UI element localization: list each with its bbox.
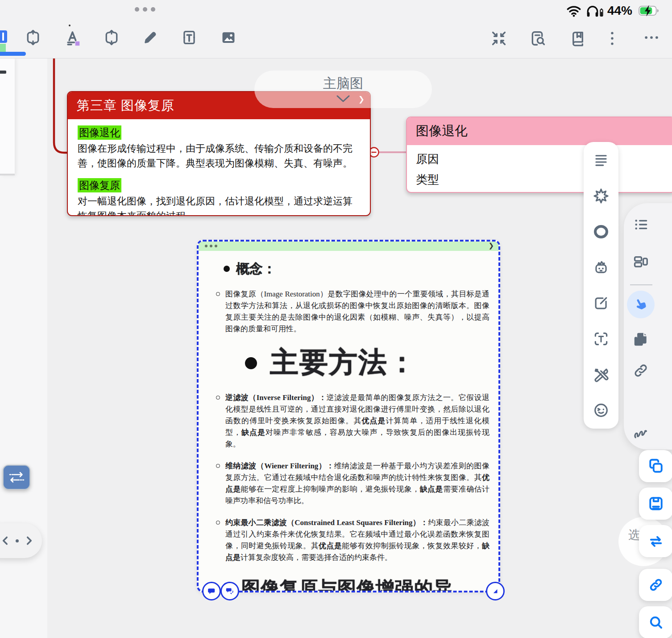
mindmap-canvas: 第三章 图像复原 ❯ 图像退化图像在形成传输过程中，由于成像系统、传输介质和设备… — [0, 0, 672, 638]
more-ellipsis-icon — [643, 29, 660, 46]
resize-triangle-icon — [491, 587, 500, 596]
doc-bullet — [245, 357, 257, 369]
mindmap-node-degradation[interactable]: 图像退化 原因类型 — [406, 117, 672, 193]
wifi-icon — [566, 4, 581, 17]
resize-handle[interactable] — [486, 582, 505, 600]
link-button[interactable] — [631, 361, 650, 380]
doc-heading: 主要方法： — [245, 343, 489, 382]
layout-board-button[interactable] — [631, 252, 650, 271]
search-document-button[interactable] — [528, 29, 548, 48]
move-vertical-button[interactable] — [23, 28, 43, 47]
text-style-button[interactable] — [63, 28, 83, 47]
card-menu-dots-icon[interactable] — [205, 245, 217, 247]
text-select-button[interactable] — [592, 329, 610, 348]
link-fab-button[interactable] — [639, 569, 672, 601]
save-floppy-icon — [648, 496, 664, 512]
more-button[interactable] — [642, 28, 661, 47]
comments-badge[interactable] — [220, 582, 239, 600]
app-tab-icon[interactable] — [0, 30, 7, 43]
doc-heading: 图像复原与图像增强的异同： — [224, 576, 489, 591]
branch-connector-pink — [367, 146, 408, 159]
node-body: 原因类型 — [407, 145, 672, 190]
card-expand-icon[interactable]: ❯ — [488, 242, 494, 250]
headphones-battery-icon — [585, 4, 603, 17]
panel-item — [0, 71, 6, 74]
link-icon — [648, 577, 664, 593]
image-icon — [220, 29, 237, 46]
nav-back-icon[interactable] — [0, 535, 11, 546]
pages-copy-icon — [632, 331, 649, 348]
chevron-down-icon[interactable] — [335, 94, 352, 104]
doc-bullet — [224, 266, 230, 272]
scribble-icon — [632, 424, 649, 441]
ai-assistant-button[interactable] — [592, 258, 610, 277]
doc-bullet — [216, 464, 220, 468]
text-box-button[interactable] — [179, 28, 199, 47]
move-vertical-button-2[interactable] — [102, 28, 121, 47]
search-icon — [648, 614, 664, 630]
top-toolbar: 44% — [0, 0, 672, 58]
swap-panels-button[interactable] — [3, 465, 30, 490]
doc-paragraph: 逆滤波（Inverse Filtering）：逆滤波是最简单的图像复原方法之一。… — [215, 392, 489, 450]
selected-note-card[interactable]: ❯ 概念：图像复原（Image Restoration）是数字图像处理中的一个重… — [197, 240, 500, 592]
pencil-icon — [142, 29, 159, 46]
compose-edit-icon — [593, 295, 610, 312]
node-section: 图像退化图像在形成传输过程中，由于成像系统、传输介质和设备的不完善，使图像的质量… — [78, 125, 360, 171]
comment-badge[interactable] — [202, 582, 221, 600]
copy-button[interactable] — [639, 450, 672, 482]
doc-bullet — [216, 292, 220, 296]
insert-image-button[interactable] — [219, 28, 238, 47]
pencil-button[interactable] — [141, 28, 160, 47]
highlighted-term: 图像退化 — [78, 125, 121, 140]
compose-button[interactable] — [592, 294, 610, 313]
doc-heading: 概念： — [224, 260, 489, 278]
panel-divider — [0, 174, 15, 175]
bullet-list-icon — [632, 216, 649, 233]
node-list-item[interactable]: 原因 — [416, 149, 666, 169]
pages-copy-button[interactable] — [631, 330, 650, 349]
node-title: 图像退化 — [416, 122, 468, 140]
node-title: 第三章 图像复原 — [77, 97, 174, 115]
collapse-button[interactable] — [489, 29, 509, 48]
collapsed-side-panel[interactable] — [0, 58, 15, 175]
save-button[interactable] — [639, 488, 672, 520]
card-header[interactable]: ❯ — [199, 242, 498, 251]
emoji-button[interactable] — [592, 401, 610, 420]
breadcrumb[interactable]: 主脑图 — [254, 71, 432, 108]
window-handle-dots-icon[interactable] — [135, 7, 155, 12]
hand-pan-tool-active[interactable] — [627, 291, 655, 318]
starburst-button[interactable] — [592, 187, 610, 205]
bullet-list-button[interactable] — [631, 215, 650, 234]
node-action-toolbar — [584, 142, 618, 429]
kebab-menu-button[interactable] — [602, 29, 622, 48]
tools-icon — [593, 366, 610, 383]
nav-forward-icon[interactable] — [23, 535, 35, 546]
note-content: 概念：图像复原（Image Restoration）是数字图像处理中的一个重要领… — [199, 251, 498, 591]
search-fab-button[interactable] — [639, 606, 672, 638]
node-section: 图像复原对一幅退化图像，找到退化原因，估计退化模型，通过求逆运算恢复图像本来面貌… — [78, 178, 360, 216]
outline-menu-button[interactable] — [592, 151, 610, 170]
robot-icon — [593, 259, 610, 276]
move-vertical-icon — [25, 29, 41, 46]
tools-button[interactable] — [592, 365, 610, 384]
select-swap-button[interactable] — [639, 525, 672, 557]
node-header[interactable]: 图像退化 — [407, 117, 672, 145]
scribble-button[interactable] — [631, 423, 650, 442]
text-box-icon — [181, 29, 198, 46]
node-list-item[interactable]: 类型 — [416, 169, 666, 190]
document-search-icon — [530, 30, 547, 47]
circle-mark-button[interactable] — [592, 222, 610, 241]
move-vertical-icon — [103, 29, 120, 46]
swap-dashed-icon — [8, 470, 25, 484]
comments-icon — [226, 587, 234, 596]
canvas-mode-toolbar — [624, 203, 672, 450]
breadcrumb-label: 主脑图 — [254, 75, 432, 93]
toolbar-divider — [630, 284, 652, 285]
app-tab-icon-green — [0, 44, 6, 52]
collapse-arrows-icon — [490, 30, 507, 47]
doc-bullet — [216, 521, 220, 525]
mindmap-node-chapter3[interactable]: 第三章 图像复原 ❯ 图像退化图像在形成传输过程中，由于成像系统、传输介质和设备… — [67, 91, 371, 216]
doc-paragraph: 约束最小二乘滤波（Constrained Least Squares Filte… — [215, 517, 489, 563]
battery-charging-icon — [636, 4, 661, 17]
bookmarks-button[interactable] — [568, 29, 588, 48]
